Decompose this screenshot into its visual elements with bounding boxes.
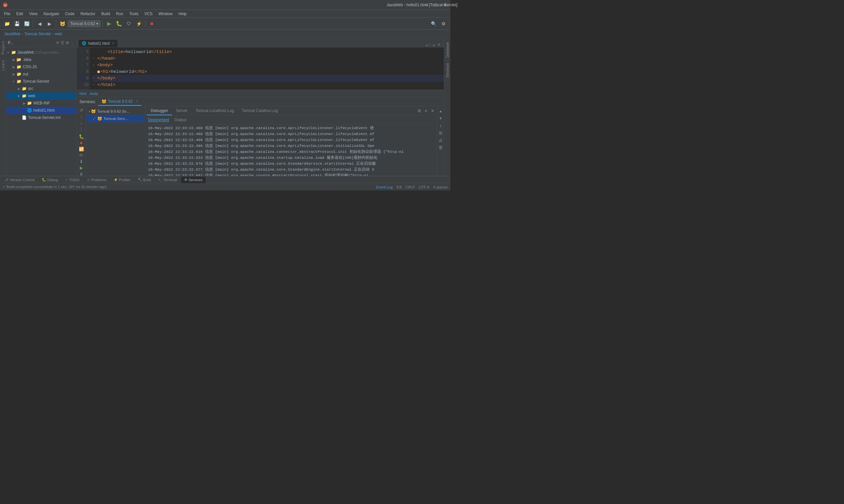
search-everywhere-button[interactable]: 🔍 bbox=[429, 19, 438, 28]
sv-rerun-icon[interactable]: ↺ bbox=[78, 108, 85, 113]
statusbar-linesep[interactable]: CRLF bbox=[406, 185, 415, 189]
menu-navigate[interactable]: Navigate bbox=[41, 11, 62, 17]
sv-clear-icon[interactable]: 🗑 bbox=[437, 144, 444, 150]
tree-item-web-inf[interactable]: ▶ 📁 WEB-INF bbox=[6, 100, 76, 107]
footer-body[interactable]: body bbox=[90, 92, 98, 95]
sv-debug-icon[interactable]: 🐛 bbox=[78, 134, 85, 139]
bottom-tab-services[interactable]: ⚙ Services bbox=[181, 177, 206, 183]
menu-edit[interactable]: Edit bbox=[14, 11, 26, 17]
sv-print-icon[interactable]: 🖨 bbox=[437, 137, 444, 143]
tree-item-web[interactable]: ▾ 📁 web bbox=[6, 92, 76, 100]
sv-tree-root[interactable]: ▾ 🐱 Tomcat 9.0.62 (lo... bbox=[86, 108, 145, 115]
learn-label[interactable]: Learn bbox=[1, 57, 5, 73]
menu-file[interactable]: File bbox=[1, 11, 13, 17]
sv-down-icon[interactable]: ↓ bbox=[78, 120, 85, 125]
project-filter-icon[interactable]: ☰ bbox=[61, 40, 64, 45]
bottom-tab-profiler[interactable]: ⚡ Profiler bbox=[110, 177, 134, 183]
tomcat-tab-close[interactable]: ✕ bbox=[136, 100, 138, 103]
sv-tab-catalina-log[interactable]: Tomcat Catalina Log bbox=[238, 107, 282, 115]
sv-scroll-down-icon[interactable]: ▼ bbox=[437, 115, 444, 122]
scroll-down-icon[interactable]: ▼ bbox=[437, 42, 441, 47]
breadcrumb-web[interactable]: web bbox=[55, 32, 62, 36]
bottom-tab-debug[interactable]: 🐛 Debug bbox=[38, 177, 61, 183]
menu-build[interactable]: Build bbox=[99, 11, 113, 17]
project-more-icon[interactable]: … bbox=[71, 40, 74, 45]
profile-button[interactable]: ⚡ bbox=[135, 19, 143, 28]
sv-deploy-icon[interactable]: ⬇ bbox=[78, 159, 85, 164]
sv-gear-icon[interactable]: ≡ bbox=[423, 108, 429, 114]
menu-view[interactable]: View bbox=[27, 11, 40, 17]
stop-button[interactable]: ■ bbox=[148, 19, 156, 28]
back-button[interactable]: ◀ bbox=[35, 19, 44, 28]
tree-item-out[interactable]: ▶ 📁 out bbox=[6, 71, 76, 78]
tree-item-iml[interactable]: 📄 Tomcat-Servlet.iml bbox=[6, 114, 76, 121]
footer-html[interactable]: html bbox=[80, 92, 86, 95]
coverage-button[interactable]: 🛡 bbox=[125, 19, 133, 28]
run-button[interactable]: ▶ bbox=[105, 19, 114, 28]
menu-refactor[interactable]: Refactor bbox=[78, 11, 98, 17]
services-tab-tomcat[interactable]: 🐱 Tomcat 9.0.62 ✕ bbox=[98, 98, 141, 106]
project-sync-icon[interactable]: ⟳ bbox=[56, 40, 59, 45]
scroll-up-icon[interactable]: ▲ bbox=[432, 42, 436, 47]
sv-tab-server[interactable]: Server bbox=[172, 107, 192, 115]
breadcrumb-javaweb[interactable]: JavaWeb bbox=[4, 32, 20, 36]
tree-item-src[interactable]: ▶ 📁 src bbox=[6, 85, 76, 92]
breakpoint-marker[interactable] bbox=[97, 71, 100, 73]
sv-refresh-icon[interactable]: ⟳ bbox=[78, 153, 85, 158]
sv-filter-icon[interactable]: ⊞ bbox=[437, 129, 444, 136]
tree-item-hello01[interactable]: 🌐 hello01.html bbox=[6, 107, 76, 114]
forward-button[interactable]: ▶ bbox=[45, 19, 54, 28]
col-deployment[interactable]: Deployment bbox=[148, 118, 169, 122]
breadcrumb-tomcat[interactable]: Tomcat-Servlet bbox=[24, 32, 51, 36]
col-output[interactable]: Output bbox=[174, 118, 186, 122]
sv-stop-icon[interactable]: ■ bbox=[78, 140, 85, 145]
menu-window[interactable]: Window bbox=[156, 11, 175, 17]
bottom-tab-todo[interactable]: ✓ TODO bbox=[62, 177, 83, 183]
app-icon: IJ bbox=[3, 2, 8, 7]
menu-tools[interactable]: Tools bbox=[126, 11, 141, 17]
tree-cssjs-label: CSS-JS bbox=[23, 65, 37, 69]
sv-up-icon[interactable]: ↑ bbox=[78, 114, 85, 119]
tree-item-idea[interactable]: ▶ 📂 .idea bbox=[6, 56, 76, 63]
statusbar-event-log[interactable]: Event Log bbox=[376, 185, 393, 189]
sv-tab-localhost-log[interactable]: Tomcat Localhost Log bbox=[192, 107, 238, 115]
statusbar-indent[interactable]: 4 spaces bbox=[433, 185, 448, 189]
sv-close-icon[interactable]: ✕ bbox=[429, 108, 436, 114]
debug-button[interactable]: 🐛 bbox=[115, 19, 123, 28]
bottom-tab-build[interactable]: 🔨 Build bbox=[135, 177, 154, 183]
tree-item-root[interactable]: ▾ 📁 JavaWeb D:\Projects\Idea bbox=[6, 49, 76, 56]
sv-pause-icon[interactable]: ⏸ bbox=[78, 172, 85, 176]
sync-button[interactable]: 🔄 bbox=[22, 19, 31, 28]
right-structure-label[interactable]: Structure bbox=[445, 60, 450, 80]
sv-tab-debugger[interactable]: Debugger bbox=[147, 107, 172, 115]
sv-scroll-end-icon[interactable]: ⤓ bbox=[437, 122, 444, 129]
save-all-button[interactable]: 💾 bbox=[13, 19, 21, 28]
statusbar-position[interactable]: 9:8 bbox=[397, 185, 401, 189]
menu-help[interactable]: Help bbox=[176, 11, 189, 17]
bottom-tab-problems[interactable]: ⚠ Problems bbox=[83, 177, 109, 183]
menu-vcs[interactable]: VCS bbox=[142, 11, 155, 17]
bottom-tab-terminal[interactable]: >_ Terminal bbox=[155, 177, 180, 183]
editor-tab-hello01[interactable]: 🌐 hello01.html ✕ bbox=[78, 39, 118, 47]
settings-button[interactable]: ⚙ bbox=[439, 19, 448, 28]
menu-run[interactable]: Run bbox=[114, 11, 126, 17]
tree-item-tomcat-servlet[interactable]: ▾ 📁 Tomcat-Servlet bbox=[6, 78, 76, 85]
run-config-selector[interactable]: Tomcat 9.0.62 ▾ bbox=[68, 20, 101, 27]
sv-restart-icon[interactable]: 🔁 bbox=[78, 147, 85, 151]
tree-item-css-js[interactable]: ▶ 📁 CSS-JS bbox=[6, 63, 76, 71]
sv-run-icon[interactable]: ▶ bbox=[78, 165, 85, 170]
sv-more-icon[interactable]: ⋮ bbox=[78, 126, 85, 131]
statusbar-encoding[interactable]: UTF-8 bbox=[419, 185, 429, 189]
output-log[interactable]: 16-May-2022 22:33:22.488 信息 [main] org.a… bbox=[145, 124, 437, 176]
bottom-tab-version-control[interactable]: ⎇ Version Control bbox=[1, 177, 38, 183]
sv-settings-icon[interactable]: ⚙ bbox=[416, 108, 423, 114]
project-label[interactable]: Project bbox=[1, 38, 5, 57]
sv-scroll-up-icon[interactable]: ▲ bbox=[437, 108, 444, 114]
tab-close-button[interactable]: ✕ bbox=[112, 41, 115, 45]
code-editor[interactable]: <title>helloworld</title> ▸ </head> ▸ <b… bbox=[90, 48, 444, 90]
menu-code[interactable]: Code bbox=[62, 11, 77, 17]
sv-tree-child[interactable]: ✓ 🐱 Tomcat-Serv... bbox=[86, 115, 145, 122]
right-database-label[interactable]: Database bbox=[445, 39, 450, 60]
project-gear-icon[interactable]: ⚙ bbox=[66, 40, 69, 45]
project-icon[interactable]: 📁 bbox=[3, 19, 11, 28]
